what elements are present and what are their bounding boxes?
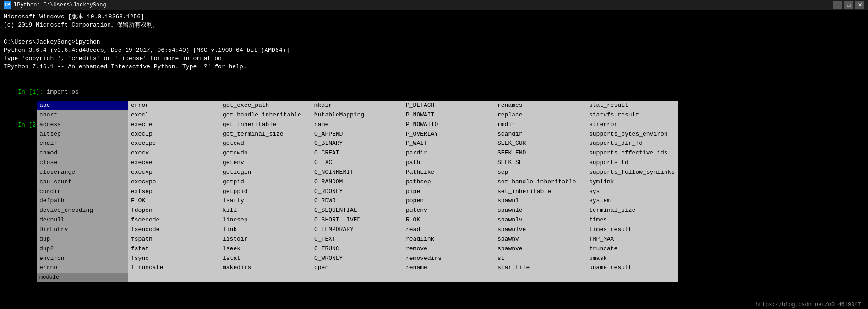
dropdown-item-execvpe[interactable]: execvpe	[128, 177, 220, 187]
dropdown-item-closerange[interactable]: closerange	[37, 168, 128, 177]
dropdown-item-name[interactable]: name	[311, 120, 403, 130]
dropdown-item-strerror[interactable]: strerror	[586, 120, 678, 130]
dropdown-item-spawnv[interactable]: spawnv	[495, 235, 586, 244]
dropdown-item-set-inheritable[interactable]: set_inheritable	[495, 187, 586, 197]
dropdown-item-linesep[interactable]: linesep	[220, 215, 311, 225]
dropdown-item-stat-result[interactable]: stat_result	[586, 101, 678, 110]
dropdown-item-readlink[interactable]: readlink	[403, 235, 495, 244]
dropdown-item-defpath[interactable]: defpath	[37, 196, 128, 206]
dropdown-item-spawnve[interactable]: spawnve	[495, 244, 586, 254]
dropdown-item-execlp[interactable]: execlp	[128, 130, 220, 139]
dropdown-item-putenv[interactable]: putenv	[403, 206, 495, 215]
dropdown-item-o-creat[interactable]: O_CREAT	[311, 149, 403, 158]
dropdown-item-supports-effective-ids[interactable]: supports_effective_ids	[586, 149, 678, 158]
dropdown-item-get-exec-path[interactable]: get_exec_path	[220, 101, 311, 110]
maximize-button[interactable]: □	[844, 1, 853, 9]
dropdown-item-sep[interactable]: sep	[495, 168, 586, 177]
dropdown-item-fdopen[interactable]: fdopen	[128, 206, 220, 215]
dropdown-item-lstat[interactable]: lstat	[220, 254, 311, 264]
autocomplete-dropdown[interactable]: abc abort access altsep chdir chmod clos…	[37, 101, 678, 282]
dropdown-item-o-short-lived[interactable]: O_SHORT_LIVED	[311, 215, 403, 225]
dropdown-item-o-rdwr[interactable]: O_RDWR	[311, 196, 403, 206]
dropdown-item-supports-follow-symlinks[interactable]: supports_follow_symlinks	[586, 168, 678, 177]
dropdown-item-open[interactable]: open	[311, 263, 403, 273]
dropdown-item-rename[interactable]: rename	[403, 263, 495, 273]
dropdown-item-scandir[interactable]: scandir	[495, 130, 586, 139]
dropdown-item-getcwdb[interactable]: getcwdb	[220, 149, 311, 158]
dropdown-item-o-binary[interactable]: O_BINARY	[311, 139, 403, 149]
dropdown-item-dup2[interactable]: dup2	[37, 244, 128, 254]
dropdown-item-device-encoding[interactable]: device_encoding	[37, 206, 128, 215]
close-button[interactable]: ✕	[855, 1, 864, 9]
dropdown-item-pipe[interactable]: pipe	[403, 187, 495, 197]
dropdown-item-spawnle[interactable]: spawnle	[495, 206, 586, 215]
dropdown-item-chmod[interactable]: chmod	[37, 149, 128, 158]
dropdown-item-o-trunc[interactable]: O_TRUNC	[311, 244, 403, 254]
dropdown-item-supports-fd[interactable]: supports_fd	[586, 158, 678, 168]
dropdown-item-o-text[interactable]: O_TEXT	[311, 235, 403, 244]
dropdown-item-abc[interactable]: abc	[37, 101, 128, 110]
dropdown-item-remove[interactable]: remove	[403, 244, 495, 254]
dropdown-item-supports-bytes-environ[interactable]: supports_bytes_environ	[586, 130, 678, 139]
dropdown-item-spawnlv[interactable]: spawnlv	[495, 215, 586, 225]
dropdown-item-p-nowaito[interactable]: P_NOWAITO	[403, 120, 495, 130]
dropdown-item-getppid[interactable]: getppid	[220, 187, 311, 197]
dropdown-item-devnull[interactable]: devnull	[37, 215, 128, 225]
dropdown-item-o-append[interactable]: O_APPEND	[311, 130, 403, 139]
dropdown-item-replace[interactable]: replace	[495, 110, 586, 120]
dropdown-item-st[interactable]: st	[495, 254, 586, 264]
dropdown-item-direntry[interactable]: DirEntry	[37, 225, 128, 235]
dropdown-item-terminal-size[interactable]: terminal_size	[586, 206, 678, 215]
dropdown-item-rmdir[interactable]: rmdir	[495, 120, 586, 130]
dropdown-item-p-overlay[interactable]: P_OVERLAY	[403, 130, 495, 139]
dropdown-item-abort[interactable]: abort	[37, 110, 128, 120]
dropdown-item-get-inheritable[interactable]: get_inheritable	[220, 120, 311, 130]
dropdown-item-fsync[interactable]: fsync	[128, 254, 220, 264]
dropdown-item-truncate[interactable]: truncate	[586, 244, 678, 254]
dropdown-item-f-ok[interactable]: F_OK	[128, 196, 220, 206]
dropdown-item-link[interactable]: link	[220, 225, 311, 235]
dropdown-item-fsdecode[interactable]: fsdecode	[128, 215, 220, 225]
dropdown-item-mutablemapping[interactable]: MutableMapping	[311, 110, 403, 120]
dropdown-item-o-temporary[interactable]: O_TEMPORARY	[311, 225, 403, 235]
dropdown-item-fsencode[interactable]: fsencode	[128, 225, 220, 235]
dropdown-item-access[interactable]: access	[37, 120, 128, 130]
dropdown-item-fstat[interactable]: fstat	[128, 244, 220, 254]
dropdown-item-read[interactable]: read	[403, 225, 495, 235]
dropdown-item-mkdir[interactable]: mkdir	[311, 101, 403, 110]
dropdown-item-umask[interactable]: umask	[586, 254, 678, 264]
dropdown-item-p-nowait[interactable]: P_NOWAIT	[403, 110, 495, 120]
dropdown-item-startfile[interactable]: startfile	[495, 263, 586, 273]
window-controls[interactable]: — □ ✕	[833, 1, 864, 9]
dropdown-item-p-wait[interactable]: P_WAIT	[403, 139, 495, 149]
dropdown-item-kill[interactable]: kill	[220, 206, 311, 215]
dropdown-item-close[interactable]: close	[37, 158, 128, 168]
dropdown-item-execl[interactable]: execl	[128, 110, 220, 120]
dropdown-item-execve[interactable]: execve	[128, 158, 220, 168]
dropdown-item-o-rdonly[interactable]: O_RDONLY	[311, 187, 403, 197]
dropdown-item-times[interactable]: times	[586, 215, 678, 225]
dropdown-item-supports-dir-fd[interactable]: supports_dir_fd	[586, 139, 678, 149]
dropdown-item-execle[interactable]: execle	[128, 120, 220, 130]
dropdown-item-o-wronly[interactable]: O_WRONLY	[311, 254, 403, 264]
dropdown-item-set-handle-inheritable[interactable]: set_handle_inheritable	[495, 177, 586, 187]
dropdown-item-o-random[interactable]: O_RANDOM	[311, 177, 403, 187]
dropdown-item-pathsep[interactable]: pathsep	[403, 177, 495, 187]
dropdown-item-sys[interactable]: sys	[586, 187, 678, 197]
dropdown-item-statvfs-result[interactable]: statvfs_result	[586, 110, 678, 120]
dropdown-item-error[interactable]: error	[128, 101, 220, 110]
dropdown-item-pardir[interactable]: pardir	[403, 149, 495, 158]
dropdown-item-spawnlve[interactable]: spawnlve	[495, 225, 586, 235]
dropdown-item-execv[interactable]: execv	[128, 149, 220, 158]
dropdown-item-removedirs[interactable]: removedirs	[403, 254, 495, 264]
dropdown-item-o-sequential[interactable]: O_SEQUENTIAL	[311, 206, 403, 215]
dropdown-item-getpid[interactable]: getpid	[220, 177, 311, 187]
dropdown-item-tmp-max[interactable]: TMP_MAX	[586, 235, 678, 244]
dropdown-item-getcwd[interactable]: getcwd	[220, 139, 311, 149]
dropdown-item-chdir[interactable]: chdir	[37, 139, 128, 149]
dropdown-item-system[interactable]: system	[586, 196, 678, 206]
dropdown-item-getlogin[interactable]: getlogin	[220, 168, 311, 177]
dropdown-item-pathlike[interactable]: PathLike	[403, 168, 495, 177]
dropdown-item-o-excl[interactable]: O_EXCL	[311, 158, 403, 168]
dropdown-item-listdir[interactable]: listdir	[220, 235, 311, 244]
